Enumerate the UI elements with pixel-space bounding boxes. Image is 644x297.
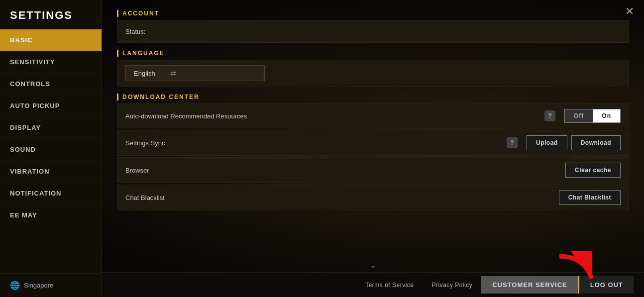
row-chat-blacklist: Chat Blacklist Chat Blacklist bbox=[117, 185, 629, 210]
section-download-center: DOWNLOAD CENTER Auto-download Recommende… bbox=[117, 94, 629, 210]
row-status: Status: bbox=[117, 20, 629, 43]
section-language: LANGUAGE English ⇄ bbox=[117, 50, 629, 87]
row-auto-download: Auto-download Recommended Resources ? Of… bbox=[117, 103, 629, 128]
toggle-on-button[interactable]: On bbox=[593, 109, 620, 122]
download-button[interactable]: Download bbox=[571, 135, 621, 150]
chat-blacklist-label: Chat Blacklist bbox=[125, 194, 559, 201]
sidebar-item-basic[interactable]: BASIC bbox=[0, 29, 102, 51]
region-label: Singapore bbox=[24, 282, 53, 289]
sidebar-item-eemay[interactable]: EE MAY bbox=[0, 204, 102, 226]
sidebar-item-controls[interactable]: CONTROLS bbox=[0, 73, 102, 95]
browser-label: Browser bbox=[125, 167, 565, 174]
browser-actions: Clear cache bbox=[565, 163, 621, 178]
language-select[interactable]: English ⇄ bbox=[125, 65, 265, 81]
row-language: English ⇄ bbox=[117, 60, 629, 87]
sidebar-item-vibration[interactable]: VIBRATION bbox=[0, 160, 102, 182]
globe-icon: 🌐 bbox=[10, 281, 20, 290]
scroll-indicator: ⌄ bbox=[370, 260, 376, 270]
sidebar-item-sound[interactable]: SOUND bbox=[0, 138, 102, 160]
settings-sync-help-icon[interactable]: ? bbox=[507, 137, 518, 148]
sidebar-item-auto-pickup[interactable]: AUTO PICKUP bbox=[0, 95, 102, 116]
language-value: English bbox=[134, 70, 155, 77]
settings-title: SETTINGS bbox=[0, 0, 102, 29]
sidebar-item-display[interactable]: DISPLAY bbox=[0, 116, 102, 138]
red-arrow bbox=[554, 251, 599, 288]
section-language-title: LANGUAGE bbox=[117, 50, 629, 57]
section-account-title: ACCOUNT bbox=[117, 10, 629, 17]
auto-download-label: Auto-download Recommended Resources bbox=[125, 112, 544, 120]
auto-download-toggle: Off On bbox=[564, 109, 621, 123]
auto-download-actions: ? Off On bbox=[544, 109, 621, 123]
status-label: Status: bbox=[125, 28, 621, 35]
upload-button[interactable]: Upload bbox=[527, 135, 567, 150]
privacy-policy-link[interactable]: Privacy Policy bbox=[423, 282, 481, 289]
clear-cache-button[interactable]: Clear cache bbox=[565, 163, 621, 178]
auto-download-help-icon[interactable]: ? bbox=[544, 110, 555, 121]
section-account: ACCOUNT Status: bbox=[117, 10, 629, 43]
sidebar-item-notification[interactable]: NOTIFICATION bbox=[0, 182, 102, 204]
row-browser: Browser Clear cache bbox=[117, 157, 629, 183]
row-settings-sync: Settings Sync ? Upload Download bbox=[117, 130, 629, 156]
sidebar-item-sensitivity[interactable]: SENSITIVITY bbox=[0, 51, 102, 73]
section-download-title: DOWNLOAD CENTER bbox=[117, 94, 629, 100]
terms-of-service-link[interactable]: Terms of Service bbox=[356, 282, 423, 289]
chat-blacklist-button[interactable]: Chat Blacklist bbox=[559, 190, 621, 205]
chat-blacklist-actions: Chat Blacklist bbox=[559, 190, 621, 205]
settings-sync-label: Settings Sync bbox=[125, 139, 507, 147]
toggle-off-button[interactable]: Off bbox=[565, 109, 593, 122]
close-button[interactable]: ✕ bbox=[625, 5, 634, 18]
language-swap-icon: ⇄ bbox=[170, 69, 176, 77]
settings-sync-actions: ? Upload Download bbox=[507, 135, 621, 150]
sidebar-footer: 🌐 Singapore bbox=[0, 273, 102, 297]
sidebar: SETTINGS BASIC SENSITIVITY CONTROLS AUTO… bbox=[0, 0, 102, 297]
